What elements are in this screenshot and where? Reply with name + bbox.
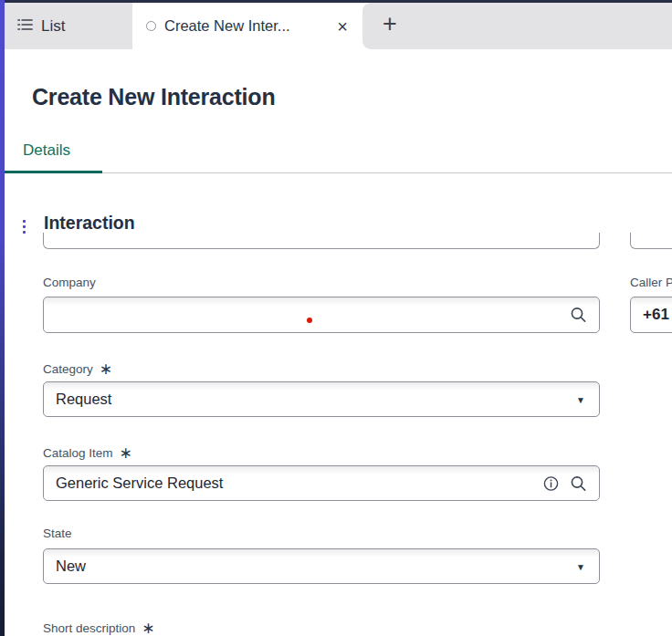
scrolled-field-stub[interactable] (43, 233, 600, 249)
tab-create-new-interaction[interactable]: Create New Inter... × (132, 3, 362, 49)
search-icon[interactable] (570, 474, 587, 492)
list-icon (17, 18, 33, 35)
category-label: Category∗ (43, 360, 112, 379)
required-icon: ∗ (100, 360, 112, 378)
required-icon: ∗ (120, 444, 132, 462)
record-icon (146, 21, 156, 31)
tab-bar-spacer: + (362, 3, 672, 49)
close-tab-icon[interactable]: × (333, 16, 352, 37)
catalog-item-label: Catalog Item∗ (43, 443, 132, 463)
caller-phone-value: +61 (631, 306, 669, 324)
catalog-item-value: Generic Service Request (44, 474, 223, 492)
catalog-item-field[interactable]: Generic Service Request (43, 465, 600, 501)
tab-create-label: Create New Inter... (164, 17, 325, 35)
section-title: Interaction (44, 213, 135, 234)
category-value: Request (44, 391, 111, 408)
category-select[interactable]: Request ▼ (43, 381, 600, 417)
search-icon[interactable] (570, 307, 587, 324)
tab-details[interactable]: Details (23, 141, 70, 160)
cursor-red-dot (307, 318, 312, 323)
app-edge-strip (0, 0, 5, 636)
chevron-down-icon: ▼ (576, 561, 585, 571)
chevron-down-icon: ▼ (576, 394, 585, 404)
new-tab-button[interactable]: + (377, 12, 403, 40)
company-label: Company (43, 276, 96, 289)
caller-phone-label: Caller Phone Number (630, 276, 672, 289)
info-icon[interactable] (543, 475, 559, 491)
workspace-tab-bar: List Create New Inter... × + (5, 3, 672, 49)
tab-details-active-underline (5, 171, 102, 173)
window-top-border (5, 0, 672, 3)
scrolled-field-stub[interactable] (630, 233, 672, 249)
page-title: Create New Interaction (32, 84, 276, 110)
state-value: New (44, 558, 86, 575)
company-field[interactable] (43, 297, 600, 333)
tab-list-label: List (41, 17, 65, 36)
state-label: State (43, 527, 72, 540)
caller-phone-field[interactable]: +61 (630, 297, 672, 333)
state-select[interactable]: New ▼ (43, 548, 600, 584)
tab-list[interactable]: List (5, 3, 132, 49)
tab-divider (5, 172, 672, 173)
required-icon: ∗ (142, 620, 154, 636)
short-description-label: Short description∗ (43, 619, 155, 636)
section-kebab-menu-icon[interactable] (20, 217, 28, 236)
